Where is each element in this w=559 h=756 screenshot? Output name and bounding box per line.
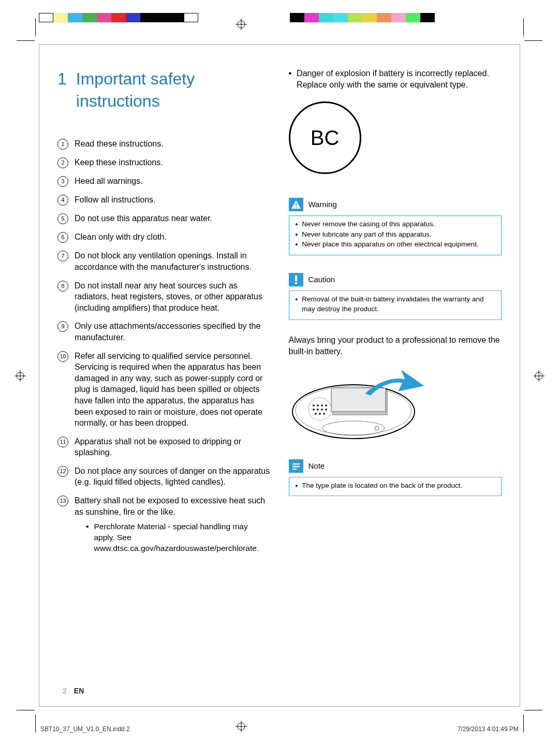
registration-mark (533, 370, 545, 382)
list-text: Do not install near any heat sources suc… (75, 280, 271, 314)
list-item: 10Refer all servicing to qualified servi… (57, 351, 271, 429)
list-item: 3Heed all warnings. (57, 176, 271, 187)
svg-point-16 (295, 282, 297, 285)
svg-point-31 (325, 409, 327, 411)
outer-footer-left: SBT10_37_UM_V1.0_EN.indd 2 (40, 725, 130, 733)
bc-label: BC (311, 124, 340, 152)
list-item: 12Do not place any sources of danger on … (57, 466, 271, 488)
page-heading: 1 Important safety instructions (57, 68, 271, 112)
svg-point-26 (321, 404, 323, 406)
list-text: Do not block any ventilation openings. I… (75, 250, 271, 272)
list-number: 4 (57, 195, 68, 206)
callout-item: •The type plate is located on the back o… (296, 481, 495, 491)
list-number: 13 (57, 496, 68, 506)
svg-point-32 (315, 413, 317, 415)
svg-point-22 (375, 426, 379, 430)
sub-bullet: •Perchlorate Material - special handling… (86, 521, 271, 554)
color-strip-right (290, 13, 435, 22)
svg-point-27 (325, 404, 327, 406)
outer-footer: SBT10_37_UM_V1.0_EN.indd 2 7/29/2013 4:0… (40, 725, 519, 733)
note-body: •The type plate is located on the back o… (289, 477, 502, 496)
list-text: Keep these instructions. (75, 157, 163, 168)
left-column: 1 Important safety instructions 1Read th… (57, 68, 271, 696)
svg-point-25 (317, 404, 319, 406)
color-strip-left (39, 13, 198, 22)
crop-mark (523, 715, 524, 733)
svg-rect-20 (331, 388, 386, 412)
list-item: 7Do not block any ventilation openings. … (57, 250, 271, 272)
list-number: 6 (57, 232, 68, 243)
heading-text: Important safety instructions (76, 68, 271, 112)
numbered-list: 1Read these instructions.2Keep these ins… (57, 138, 271, 554)
list-number: 1 (57, 139, 68, 150)
warning-block: Warning •Never remove the casing of this… (289, 195, 502, 255)
callout-item: •Never remove the casing of this apparat… (296, 219, 495, 229)
top-bullet-text: Danger of explosion if battery is incorr… (297, 68, 502, 90)
list-item: 1Read these instructions. (57, 138, 271, 150)
list-text: Apparatus shall not be exposed to drippi… (75, 436, 271, 458)
caution-heading: Caution (289, 270, 502, 290)
list-text: Follow all instructions. (75, 194, 156, 206)
list-item: 11Apparatus shall not be exposed to drip… (57, 436, 271, 458)
list-number: 7 (57, 251, 68, 261)
crop-mark (523, 18, 524, 36)
crop-mark (35, 18, 36, 36)
svg-point-23 (308, 398, 331, 420)
crop-mark (17, 40, 35, 41)
list-item: 13Battery shall not be exposed to excess… (57, 495, 271, 554)
svg-rect-15 (295, 275, 297, 281)
warning-icon (289, 198, 303, 211)
svg-point-33 (319, 413, 321, 415)
note-icon (289, 459, 303, 473)
list-number: 5 (57, 213, 68, 224)
callout-item: •Never place this apparatus on other ele… (296, 239, 495, 250)
registration-mark (236, 19, 247, 30)
note-title: Note (308, 461, 325, 471)
paragraph-text: Always bring your product to a professio… (289, 335, 502, 357)
list-number: 10 (57, 351, 68, 362)
right-column: • Danger of explosion if battery is inco… (289, 68, 502, 696)
list-text: Do not use this apparatus near water. (75, 213, 212, 224)
outer-footer-right: 7/29/2013 4:01:49 PM (458, 725, 519, 733)
svg-point-34 (323, 413, 325, 415)
bullet-dot: • (289, 68, 292, 90)
svg-point-14 (295, 207, 296, 208)
page-number: 2 (63, 687, 67, 695)
page-frame: 1 Important safety instructions 1Read th… (39, 44, 520, 707)
callout-item: •Never lubricate any part of this appara… (296, 229, 495, 240)
registration-mark (14, 370, 26, 382)
list-number: 12 (57, 466, 68, 477)
list-text: Battery shall not be exposed to excessiv… (75, 495, 271, 554)
list-number: 3 (57, 176, 68, 187)
list-number: 2 (57, 157, 68, 168)
svg-point-24 (313, 404, 315, 406)
bc-circle-icon: BC (289, 101, 361, 174)
list-item: 8Do not install near any heat sources su… (57, 280, 271, 314)
caution-icon (289, 273, 303, 286)
list-text: Heed all warnings. (75, 176, 143, 187)
crop-mark (35, 715, 36, 733)
crop-mark (17, 710, 35, 710)
callout-item: •Removal of the built-in battery invalid… (296, 294, 495, 314)
svg-point-21 (322, 421, 385, 435)
list-number: 11 (57, 437, 68, 447)
caution-title: Caution (308, 274, 335, 285)
list-item: 9Only use attachments/accessories specif… (57, 321, 271, 343)
list-text: Do not place any sources of danger on th… (75, 466, 271, 488)
caution-body: •Removal of the built-in battery invalid… (289, 291, 502, 319)
svg-point-29 (317, 409, 319, 411)
list-item: 6Clean only with dry cloth. (57, 231, 271, 243)
top-bullet: • Danger of explosion if battery is inco… (289, 68, 502, 90)
device-illustration (289, 365, 426, 443)
svg-point-28 (313, 409, 315, 411)
heading-number: 1 (57, 68, 67, 112)
page-lang: EN (74, 687, 84, 695)
note-heading: Note (289, 456, 502, 477)
list-number: 8 (57, 281, 68, 292)
list-text: Clean only with dry cloth. (75, 231, 167, 243)
warning-title: Warning (308, 199, 337, 210)
warning-body: •Never remove the casing of this apparat… (289, 216, 502, 255)
list-text: Only use attachments/accessories specifi… (75, 321, 271, 343)
list-number: 9 (57, 321, 68, 332)
list-item: 2Keep these instructions. (57, 157, 271, 168)
